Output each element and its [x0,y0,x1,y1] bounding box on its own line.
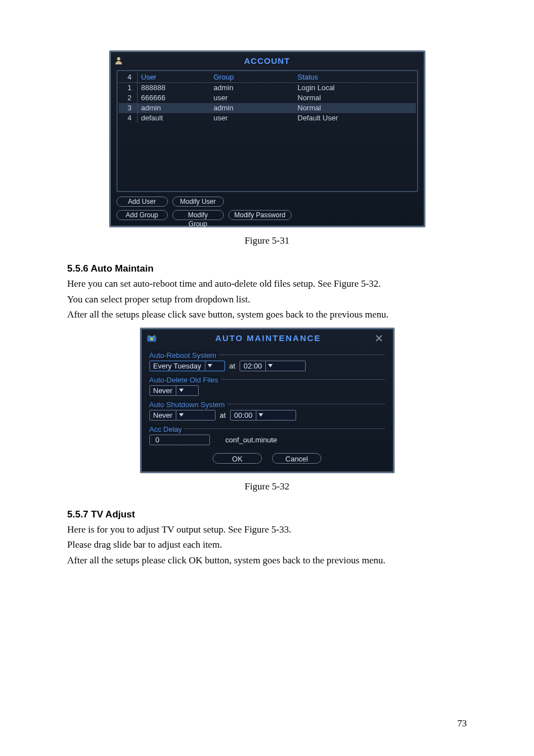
svg-marker-5 [179,389,184,392]
chevron-down-icon [256,410,266,420]
section-acc-delay: Acc Delay [149,425,385,432]
modify-password-button[interactable]: Modify Password [228,210,292,220]
cancel-button[interactable]: Cancel [272,453,321,464]
svg-marker-6 [179,413,184,417]
svg-marker-4 [268,364,273,367]
ok-button[interactable]: OK [213,453,262,464]
chevron-down-icon [176,386,186,395]
add-user-button[interactable]: Add User [116,197,168,207]
page-number: 73 [457,718,467,729]
account-title: ACCOUNT [127,56,424,66]
chevron-down-icon [265,361,275,371]
table-header-row: 4 User Group Status [119,72,416,83]
body-text: You can select proper setup from dropdow… [67,292,467,307]
svg-marker-7 [259,413,263,417]
acc-delay-input[interactable]: 0 [149,435,210,445]
account-icon [111,52,127,69]
table-row[interactable]: 3 admin admin Normal [119,103,416,113]
add-group-button[interactable]: Add Group [116,210,168,220]
svg-marker-3 [208,364,212,367]
section-auto-shutdown: Auto Shutdown System [149,400,385,408]
account-titlebar: ACCOUNT [111,52,424,69]
figure-caption: Figure 5-31 [67,235,467,246]
users-table: 4 User Group Status 1 888888 admin Login… [119,72,416,123]
close-icon[interactable] [375,334,393,342]
body-text: After all the setups please click OK but… [67,553,467,568]
modify-group-button[interactable]: Modify Group [172,210,224,220]
chevron-down-icon [176,410,186,420]
body-text: After all the setups please click save b… [67,307,467,322]
acc-delay-unit: conf_out.minute [226,436,278,444]
delete-old-dropdown[interactable]: Never [149,385,199,396]
table-row[interactable]: 4 default user Default User [119,113,416,123]
body-text: Please drag slide bar to adjust each ite… [67,538,467,552]
svg-point-2 [150,337,153,340]
modify-user-button[interactable]: Modify User [172,197,224,207]
at-label: at [229,362,236,370]
section-auto-reboot: Auto-Reboot System [149,351,385,358]
at-label: at [220,411,226,419]
auto-icon [144,331,160,347]
col-count: 4 [119,72,138,83]
auto-title: AUTO MAINTENANCE [160,333,375,343]
col-user: User [138,72,210,83]
section-auto-delete: Auto-Delete Old Files [149,376,385,383]
col-group: Group [210,72,294,83]
col-status: Status [294,72,416,83]
shutdown-time-dropdown[interactable]: 00:00 [230,410,296,421]
auto-maintenance-window: AUTO MAINTENANCE Auto-Reboot System Ever… [140,328,395,473]
reboot-time-dropdown[interactable]: 02:00 [240,361,306,371]
table-row[interactable]: 1 888888 admin Login Local [119,83,416,94]
section-title: 5.5.7 TV Adjust [67,509,467,520]
table-row[interactable]: 2 666666 user Normal [119,93,416,103]
account-window: ACCOUNT 4 User Group Status [109,50,425,227]
shutdown-day-dropdown[interactable]: Never [149,410,216,421]
reboot-day-dropdown[interactable]: Every Tuesday [149,361,225,371]
figure-caption: Figure 5-32 [67,481,467,492]
chevron-down-icon [205,361,215,371]
svg-point-0 [117,57,120,60]
auto-titlebar: AUTO MAINTENANCE [142,329,393,347]
section-title: 5.5.6 Auto Maintain [67,263,467,274]
body-text: Here you can set auto-reboot time and au… [67,277,467,291]
body-text: Here is for you to adjust TV output setu… [67,522,467,537]
